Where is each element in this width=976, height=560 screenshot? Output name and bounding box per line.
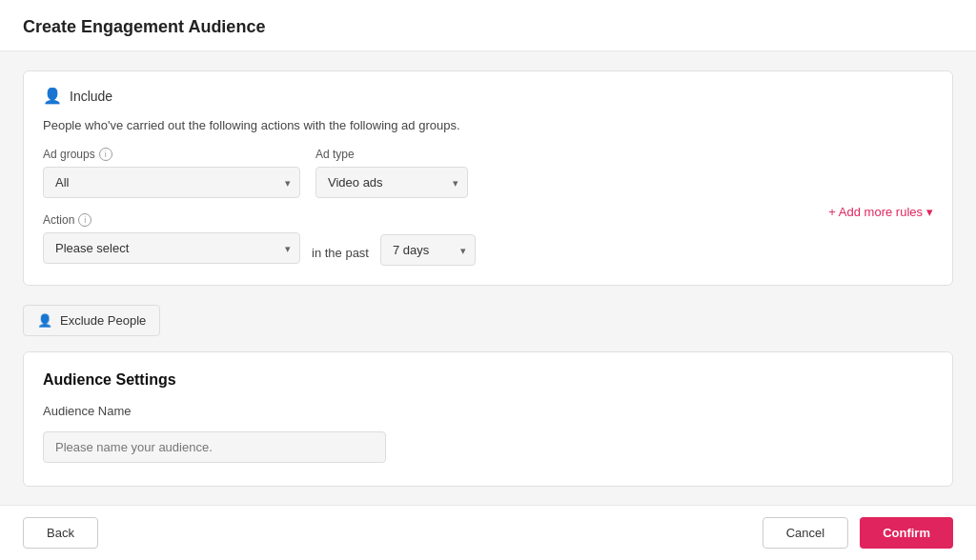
ad-groups-info-icon[interactable]: i [99, 148, 112, 161]
ad-type-group: Ad type Video ads Image ads Spark ads ▾ [315, 148, 468, 198]
add-more-rules-chevron-icon: ▾ [926, 205, 933, 219]
ad-type-select[interactable]: Video ads Image ads Spark ads [315, 167, 468, 198]
rules-bottom-row: Action i Please select Watched 2s Watche… [43, 211, 809, 266]
include-user-icon: 👤 [43, 87, 62, 105]
ad-type-select-wrapper: Video ads Image ads Spark ads ▾ [315, 167, 468, 198]
rules-and-add: Ad groups i All Group 1 Group 2 ▾ [43, 148, 933, 266]
main-content: 👤 Include People who've carried out the … [0, 51, 976, 505]
confirm-button[interactable]: Confirm [860, 517, 953, 549]
exclude-people-button[interactable]: 👤 Exclude People [23, 305, 160, 336]
audience-name-label: Audience Name [43, 404, 933, 418]
exclude-user-icon: 👤 [37, 313, 52, 328]
audience-settings-title: Audience Settings [43, 371, 933, 389]
days-select-wrapper: 7 days 14 days 30 days 60 days ▾ [380, 234, 476, 266]
footer-bar: Back Cancel Confirm [0, 505, 976, 560]
days-group: 7 days 14 days 30 days 60 days ▾ [380, 211, 476, 266]
ad-groups-select[interactable]: All Group 1 Group 2 [43, 167, 300, 198]
action-select-wrapper: Please select Watched 2s Watched 6s Clic… [43, 232, 300, 264]
action-select[interactable]: Please select Watched 2s Watched 6s Clic… [43, 232, 300, 264]
add-more-rules-button[interactable]: + Add more rules ▾ [828, 195, 933, 219]
rules-top-row: Ad groups i All Group 1 Group 2 ▾ [43, 148, 809, 198]
include-section-header: 👤 Include [43, 87, 933, 105]
rules-section: Ad groups i All Group 1 Group 2 ▾ [43, 148, 809, 266]
audience-name-group: Audience Name [43, 404, 933, 463]
back-button[interactable]: Back [23, 517, 98, 549]
ad-type-label: Ad type [315, 148, 468, 161]
audience-name-input[interactable] [43, 431, 386, 463]
cancel-button[interactable]: Cancel [762, 517, 848, 549]
include-section-card: 👤 Include People who've carried out the … [23, 70, 953, 286]
action-group: Action i Please select Watched 2s Watche… [43, 213, 300, 264]
action-label: Action i [43, 213, 300, 227]
page-header: Create Engagement Audience [0, 0, 976, 51]
page-title: Create Engagement Audience [23, 17, 953, 37]
days-select[interactable]: 7 days 14 days 30 days 60 days [380, 234, 476, 266]
include-label: Include [70, 89, 112, 104]
footer-right: Cancel Confirm [762, 517, 953, 549]
audience-settings-card: Audience Settings Audience Name [23, 351, 953, 487]
action-info-icon[interactable]: i [78, 213, 92, 227]
in-the-past-label: in the past [312, 217, 369, 260]
ad-groups-group: Ad groups i All Group 1 Group 2 ▾ [43, 148, 300, 198]
ad-groups-label: Ad groups i [43, 148, 300, 161]
ad-groups-select-wrapper: All Group 1 Group 2 ▾ [43, 167, 300, 198]
exclude-button-label: Exclude People [60, 313, 146, 328]
description-text: People who've carried out the following … [43, 118, 933, 132]
